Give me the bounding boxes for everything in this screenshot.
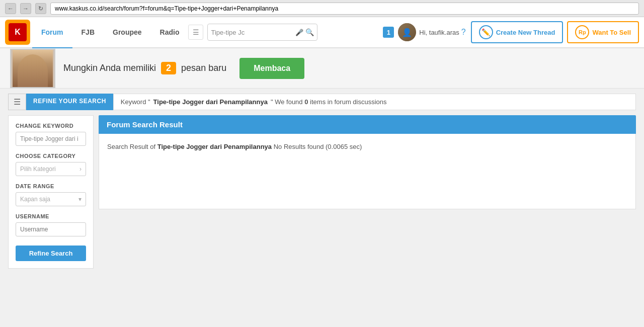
hamburger-menu[interactable]: ☰	[8, 94, 26, 110]
create-thread-button[interactable]: ✏️ Create New Thread	[471, 21, 564, 43]
results-panel: Forum Search Result Search Result of Tip…	[99, 115, 636, 269]
membaca-button[interactable]: Membaca	[239, 58, 304, 79]
refine-tab[interactable]: REFINE YOUR SEARCH	[26, 94, 113, 110]
avatar: 👤	[398, 23, 416, 41]
search-box: 🎤 🔍	[207, 24, 317, 41]
nav-forum[interactable]: Forum	[32, 18, 72, 49]
browser-bar: ← → ↻	[0, 0, 644, 17]
results-body: Search Result of Tipe-tipe Jogger dari P…	[99, 134, 636, 209]
notification-badge[interactable]: 1	[383, 27, 394, 38]
banner-avatar	[10, 49, 55, 88]
keyword-input[interactable]	[16, 132, 86, 146]
search-info-text: " We found 0 items in forum discussions	[271, 98, 387, 106]
user-greeting: Hi, taufik.aras	[419, 29, 459, 36]
nav-right: 1 👤 Hi, taufik.aras ? ✏️ Create New Thre…	[383, 21, 639, 43]
nav-left: K Forum FJB Groupee Radio ☰ 🎤 🔍	[5, 16, 321, 49]
help-icon[interactable]: ?	[461, 28, 466, 37]
keyword-label: Keyword "	[121, 98, 150, 106]
keyword-value: Tipe-tipe Jogger dari Penampilannya	[153, 98, 268, 106]
date-range-value: Kapan saja	[20, 196, 50, 203]
search-input[interactable]	[211, 29, 295, 36]
search-icon[interactable]: 🔍	[305, 28, 314, 36]
want-to-sell-button[interactable]: Rp Want To Sell	[567, 21, 639, 43]
create-thread-icon: ✏️	[479, 25, 493, 39]
refine-search-button[interactable]: Refine Search	[16, 246, 86, 261]
nav-fjb[interactable]: FJB	[72, 18, 104, 49]
search-info-bar: Keyword "Tipe-tipe Jogger dari Penampila…	[113, 94, 636, 110]
username-label: USERNAME	[16, 213, 86, 219]
chevron-right-icon: ›	[79, 166, 82, 173]
logo-inner: K	[9, 23, 27, 41]
chevron-down-icon: ▾	[78, 196, 82, 203]
logo-text: K	[15, 28, 21, 37]
result-prefix: Search Result of	[107, 143, 155, 150]
date-range-select[interactable]: Kapan saja ▾	[16, 192, 86, 206]
refine-panel: CHANGE KEYWORD CHOOSE CATEGORY Pilih Kat…	[8, 115, 94, 269]
category-value: Pilih Kategori	[20, 166, 56, 173]
mic-icon[interactable]: 🎤	[295, 29, 303, 36]
sidebar: CHANGE KEYWORD CHOOSE CATEGORY Pilih Kat…	[8, 115, 94, 269]
no-results-text: No Results found (0.0065 sec)	[274, 143, 362, 150]
banner: Mungkin Anda memiliki 2 pesan baru Memba…	[0, 48, 644, 89]
want-to-sell-label: Want To Sell	[592, 29, 631, 36]
username-input[interactable]	[16, 222, 86, 236]
logo[interactable]: K	[5, 20, 30, 45]
category-select[interactable]: Pilih Kategori ›	[16, 162, 86, 176]
search-breadcrumb-row: ☰ REFINE YOUR SEARCH Keyword "Tipe-tipe …	[8, 94, 636, 110]
back-button[interactable]: ←	[5, 3, 16, 14]
create-thread-label: Create New Thread	[496, 29, 555, 36]
choose-category-label: CHOOSE CATEGORY	[16, 153, 86, 159]
refresh-button[interactable]: ↻	[35, 3, 46, 14]
top-nav: K Forum FJB Groupee Radio ☰ 🎤 🔍 1 👤 Hi, …	[0, 17, 644, 48]
change-keyword-label: CHANGE KEYWORD	[16, 123, 86, 129]
results-header: Forum Search Result	[99, 115, 636, 134]
sell-icon: Rp	[575, 25, 589, 39]
forward-button[interactable]: →	[20, 3, 31, 14]
url-bar[interactable]	[50, 3, 639, 15]
nav-menu-icon[interactable]: ☰	[188, 25, 203, 40]
nav-groupee[interactable]: Groupee	[104, 18, 151, 49]
avatar-img: 👤	[398, 23, 416, 41]
message-count-badge: 2	[161, 62, 176, 74]
action-buttons: ✏️ Create New Thread Rp Want To Sell	[471, 21, 639, 43]
date-range-label: DATE RANGE	[16, 183, 86, 189]
result-keyword: Tipe-tipe Jogger dari Penampilannya	[157, 143, 272, 150]
nav-radio[interactable]: Radio	[151, 18, 189, 49]
main-content: CHANGE KEYWORD CHOOSE CATEGORY Pilih Kat…	[8, 115, 636, 269]
banner-message: Mungkin Anda memiliki 2 pesan baru Memba…	[63, 58, 304, 79]
